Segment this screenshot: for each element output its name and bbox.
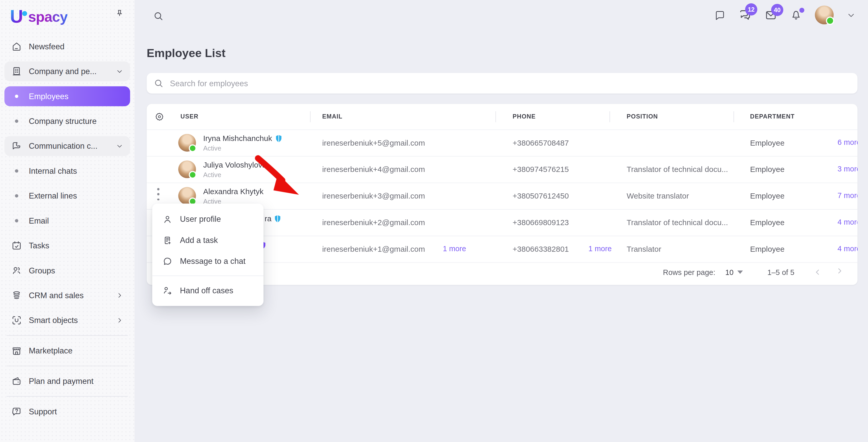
employee-department: Employee <box>750 138 784 147</box>
employee-phone: +380669809123 <box>513 218 569 227</box>
row-avatar[interactable] <box>178 187 196 205</box>
sidebar-item-internal-chats[interactable]: Internal chats <box>4 161 130 181</box>
sidebar-item-employees[interactable]: Employees <box>4 86 130 106</box>
employee-department: Employee <box>750 191 784 200</box>
column-header-position[interactable]: POSITION <box>627 113 658 120</box>
bullet-icon <box>15 194 18 198</box>
support-icon <box>11 406 22 417</box>
column-divider[interactable] <box>310 111 311 123</box>
next-page-icon[interactable] <box>836 268 845 276</box>
column-divider[interactable] <box>495 111 496 123</box>
department-more-link[interactable]: 4 more <box>838 218 858 226</box>
sidebar-item-company-structure[interactable]: Company structure <box>4 111 130 131</box>
chevron-down-icon <box>116 142 123 150</box>
sidebar-label: Tasks <box>29 241 49 250</box>
chevron-right-icon <box>116 316 123 324</box>
menu-item-label: User profile <box>180 214 221 223</box>
verified-shield-icon <box>275 215 281 222</box>
sidebar-item-company-and-people[interactable]: Company and pe... <box>4 62 130 81</box>
sidebar-label: Marketplace <box>29 346 72 355</box>
logo-text: spacy <box>28 8 68 25</box>
sidebar-item-plan-and-payment[interactable]: Plan and payment <box>4 371 130 391</box>
sidebar: U spacy Newsfeed Company and pe... <box>0 0 134 442</box>
sidebar-nav: Newsfeed Company and pe... Employees Com… <box>4 36 130 427</box>
sidebar-item-communication[interactable]: Communication c... <box>4 136 130 156</box>
table-settings-gear-icon[interactable] <box>154 112 164 122</box>
sidebar-label: Email <box>29 216 49 225</box>
page-title: Employee List <box>147 46 225 60</box>
table-row[interactable]: Iryna Mishchanchuk Active ireneserbeniuk… <box>147 130 858 157</box>
person-arrow-icon <box>162 285 173 296</box>
department-more-link[interactable]: 4 more <box>838 244 858 253</box>
uspacy-logo[interactable]: U spacy <box>10 5 68 28</box>
employee-email: ireneserbeniuk+4@gmail.com <box>322 165 425 174</box>
row-avatar[interactable] <box>178 134 196 152</box>
menu-item-label: Add a task <box>180 236 218 244</box>
phone-more-link[interactable]: 1 more <box>588 244 612 253</box>
row-actions-kebab-icon[interactable] <box>156 187 161 201</box>
department-more-link[interactable]: 3 more <box>838 165 858 173</box>
chats-badge: 12 <box>745 3 757 15</box>
bullet-icon <box>15 219 18 223</box>
sidebar-label: Groups <box>29 266 55 275</box>
bullet-icon <box>15 120 18 123</box>
mail-icon[interactable]: 40 <box>765 8 777 21</box>
employee-name[interactable]: Iryna Mishchanchuk <box>203 134 281 143</box>
employee-status: Active <box>203 144 221 152</box>
sidebar-item-email[interactable]: Email <box>4 211 130 231</box>
menu-item-user-profile[interactable]: User profile <box>152 209 264 230</box>
department-more-link[interactable]: 6 more <box>838 138 858 147</box>
app-window: U spacy Newsfeed Company and pe... <box>0 0 868 442</box>
sidebar-label: External lines <box>29 191 77 200</box>
sidebar-item-crm-and-sales[interactable]: CRM and sales <box>4 285 130 305</box>
topbar-icons: 12 40 <box>714 5 856 24</box>
column-divider[interactable] <box>734 111 734 123</box>
column-header-user[interactable]: USER <box>181 113 199 120</box>
sidebar-item-groups[interactable]: Groups <box>4 261 130 280</box>
row-avatar[interactable] <box>178 160 196 178</box>
pagination-range: 1–5 of 5 <box>767 268 795 276</box>
sidebar-item-support[interactable]: Support <box>4 402 130 421</box>
column-header-phone[interactable]: PHONE <box>513 113 535 120</box>
comments-icon[interactable] <box>714 9 726 21</box>
bell-icon[interactable] <box>790 9 802 21</box>
pin-sidebar-icon[interactable] <box>115 9 125 19</box>
task-plus-icon <box>162 235 173 245</box>
employee-position: Translator of technical docu... <box>627 165 728 174</box>
search-icon <box>153 78 164 89</box>
employee-department: Employee <box>750 244 784 253</box>
sidebar-label: Company and pe... <box>29 67 97 76</box>
chevron-down-icon <box>116 67 123 75</box>
account-chevron-down-icon[interactable] <box>846 10 856 20</box>
search-placeholder: Search for employees <box>170 79 248 88</box>
email-more-link[interactable]: 1 more <box>443 244 466 253</box>
user-avatar[interactable] <box>815 5 834 24</box>
sidebar-item-marketplace[interactable]: Marketplace <box>4 341 130 361</box>
column-divider[interactable] <box>610 111 610 123</box>
department-more-link[interactable]: 7 more <box>838 191 858 200</box>
sidebar-item-tasks[interactable]: Tasks <box>4 236 130 256</box>
employee-search-input[interactable]: Search for employees <box>147 73 858 94</box>
sidebar-item-smart-objects[interactable]: Smart objects <box>4 310 130 330</box>
topbar: 12 40 <box>134 0 868 32</box>
sidebar-item-newsfeed[interactable]: Newsfeed <box>4 36 130 56</box>
rows-per-page-select[interactable]: 10 <box>725 268 743 276</box>
home-icon <box>11 41 22 52</box>
sidebar-label: Communication c... <box>29 142 97 150</box>
sidebar-divider <box>7 335 128 336</box>
online-status-dot <box>826 16 834 25</box>
column-header-email[interactable]: EMAIL <box>322 113 343 120</box>
menu-item-hand-off-cases[interactable]: Hand off cases <box>152 280 264 301</box>
verified-shield-icon <box>275 135 282 142</box>
menu-item-add-task[interactable]: Add a task <box>152 230 264 250</box>
sidebar-item-external-lines[interactable]: External lines <box>4 186 130 206</box>
chats-icon[interactable]: 12 <box>739 8 752 22</box>
employee-position: Website translator <box>627 191 689 200</box>
user-icon <box>162 214 173 224</box>
menu-item-message-chat[interactable]: Message to a chat <box>152 251 264 272</box>
column-header-department[interactable]: DEPARTMENT <box>750 113 795 120</box>
global-search-icon[interactable] <box>153 10 164 22</box>
employee-phone: +380663382801 <box>513 244 569 253</box>
prev-page-icon[interactable] <box>813 268 822 276</box>
main-area: 12 40 Employee List <box>134 0 868 442</box>
